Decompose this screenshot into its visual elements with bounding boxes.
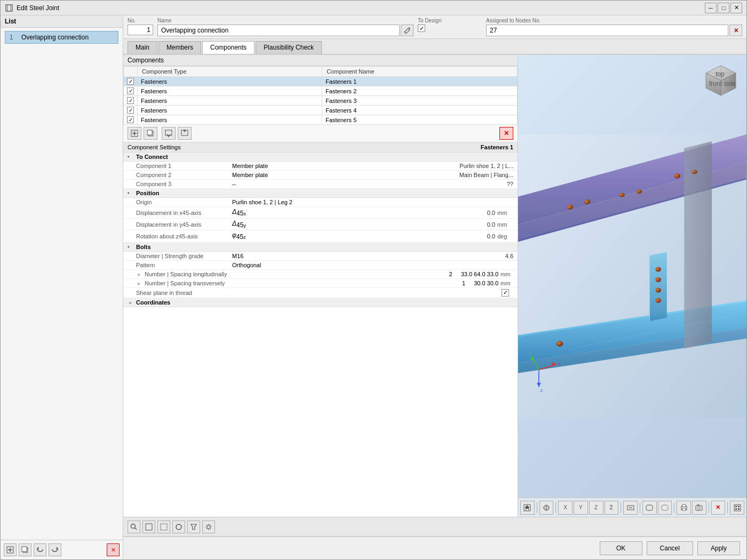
name-field[interactable] [157,25,400,36]
right-area: No. Name To Design [123,15,746,559]
tab-components[interactable]: Components [202,41,255,54]
bolts-numlong-row: ＋ Number | Spacing longitudinally 2 33.0… [123,270,518,279]
vt-wire-button[interactable] [658,501,672,515]
minimize-button[interactable]: ─ [705,3,717,13]
nav-cube[interactable]: top front side [704,63,738,98]
vt-screenshot-button[interactable] [692,501,706,515]
vt-x-button[interactable]: X [558,501,573,515]
assigned-nodes-delete-button[interactable]: ✕ [729,25,742,36]
vt-render-button[interactable] [642,501,657,515]
delete-list-item-button[interactable]: ✕ [107,543,120,556]
select-bottom-button[interactable] [157,521,170,533]
diameter-val1: M16 [232,253,492,259]
dispx-symbol: Δ45x [232,208,362,217]
bolts-header[interactable]: ▪ Bolts [123,243,518,252]
table-row[interactable]: Fasteners Fasteners 3 [124,96,518,106]
list-item[interactable]: 1 Overlapping connection [5,31,118,44]
assigned-nodes-field[interactable] [486,25,728,36]
vt-xflip-button[interactable]: Ẑ [605,501,619,515]
row-name: Fasteners 4 [322,106,518,115]
row-checkbox[interactable] [127,78,134,85]
maximize-button[interactable]: □ [718,3,729,13]
list-item-number: 1 [10,34,18,41]
app-icon [5,4,13,12]
undo-button[interactable] [34,543,46,556]
copy-list-item-button[interactable] [19,543,31,556]
svg-point-81 [176,524,181,530]
tabs-bar: Main Members Components Plausibility Che… [123,39,746,55]
numtrans-label: Number | Spacing transversely [145,280,462,286]
tab-plausibility[interactable]: Plausibility Check [256,41,322,54]
numtrans-unit: mm [500,280,513,286]
row-checkbox[interactable] [127,87,134,94]
apply-button[interactable]: Apply [697,541,740,555]
comp2-extra: Main Beam | Flang... [459,172,513,178]
col-check [124,67,138,77]
dispy-unit: mm [497,221,513,228]
position-header[interactable]: ▪ Position [123,189,518,198]
shear-checkbox[interactable] [502,289,509,297]
row-checkbox[interactable] [127,116,134,123]
to-connect-header[interactable]: ▪ To Connect [123,153,518,162]
coordinates-header[interactable]: ＋ Coordinates [123,298,518,307]
add-list-item-button[interactable] [4,543,17,556]
import-component-button[interactable] [162,127,176,140]
table-row[interactable]: Fasteners Fasteners 5 [124,115,518,125]
copy-component-button[interactable] [144,127,157,140]
vt-remove-button[interactable]: ✕ [711,501,726,515]
cs-active-label: Fasteners 1 [481,144,513,150]
header-form: No. Name To Design [123,15,746,39]
delete-component-button[interactable]: ✕ [499,127,513,140]
table-row[interactable]: Fasteners Fasteners 1 [124,77,518,86]
export-component-button[interactable] [178,127,192,140]
zoom-bottom-button[interactable] [142,521,155,533]
vt-z-button[interactable]: Z [589,501,603,515]
row-type: Fasteners [138,77,322,86]
vt-sep5 [674,502,674,513]
vt-settings-button[interactable] [730,501,744,515]
bolts-label: Bolts [136,244,151,250]
cancel-button[interactable]: Cancel [647,541,693,555]
diameter-label: Diameter | Strength grade [136,253,232,259]
view-toolbar: X Y Z Ẑ [518,498,746,517]
close-button[interactable]: ✕ [730,3,742,13]
tab-members[interactable]: Members [158,41,201,54]
vt-view3d-button[interactable] [539,501,554,515]
add-component-button[interactable] [128,127,141,140]
table-row[interactable]: Fasteners Fasteners 2 [124,86,518,96]
vt-y-button[interactable]: Y [574,501,588,515]
to-design-checkbox[interactable] [418,25,425,32]
filter-bottom-button[interactable] [187,521,200,533]
vt-sep2 [555,502,556,513]
tab-main[interactable]: Main [128,41,157,54]
search-bottom-button[interactable] [128,521,140,533]
row-name: Fasteners 1 [322,77,518,86]
position-origin-row: Origin Purlin shoe 1, 2 | Leg 2 [123,198,518,207]
redo-button[interactable] [49,543,61,556]
edit-name-button[interactable] [401,25,414,36]
cs-header: Component Settings Fasteners 1 [123,142,518,153]
vt-sep7 [727,502,728,513]
assigned-row: ✕ [486,25,742,36]
3d-viewport[interactable]: Y X Z [518,55,746,498]
vt-zoom-button[interactable] [623,501,638,515]
no-field[interactable] [128,25,153,35]
row-checkbox[interactable] [127,107,134,114]
vt-print-button[interactable] [677,501,691,515]
svg-text:Z: Z [541,388,543,393]
settings-bottom-button[interactable] [202,521,215,533]
table-row[interactable]: Fasteners Fasteners 4 [124,106,518,115]
components-section-header: Components [123,55,518,66]
position-dispx-row: Displacement in x45-axis Δ45x 0.0 mm [123,207,518,219]
bolts-diameter-row: Diameter | Strength grade M16 4.6 [123,252,518,261]
main-content: List 1 Overlapping connection [1,15,746,559]
ok-button[interactable]: OK [600,541,642,555]
row-checkbox[interactable] [127,97,134,104]
vt-home-button[interactable] [520,501,535,515]
dispy-label: Displacement in y45-axis [136,221,232,228]
svg-marker-58 [525,505,530,510]
position-dispy-row: Displacement in y45-axis Δ45y 0.0 mm [123,219,518,230]
highlight-bottom-button[interactable] [172,521,185,533]
comp3-value: -- [232,181,503,187]
no-label: No. [128,18,153,23]
